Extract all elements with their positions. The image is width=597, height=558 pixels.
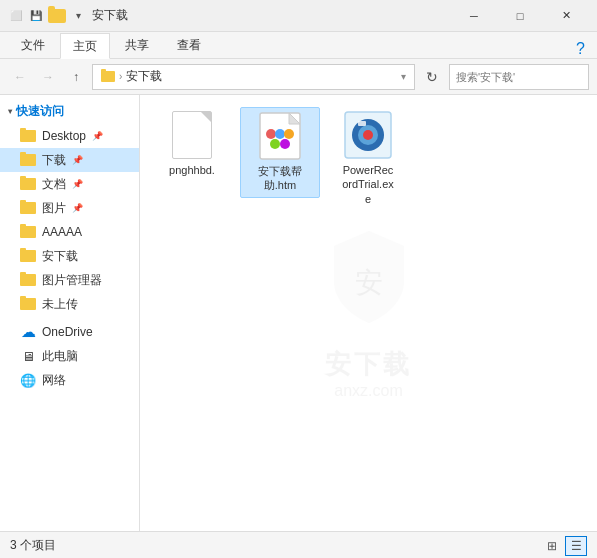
title-bar-controls: ─ □ ✕ [451, 0, 589, 32]
download-folder-icon [20, 154, 36, 166]
imgmgr-folder-icon [20, 274, 36, 286]
ribbon-right: ? [216, 40, 589, 58]
address-label: 安下载 [126, 68, 162, 85]
htm-icon [259, 112, 301, 160]
item-count: 3 个项目 [10, 537, 56, 554]
watermark-shield: 安 [324, 226, 414, 347]
sidebar-item-label: 此电脑 [42, 348, 78, 365]
file-icon-wrapper [256, 112, 304, 160]
sidebar-item-aaaaa[interactable]: AAAAA [0, 220, 139, 244]
file-label: pnghhbd. [169, 163, 215, 177]
forward-button[interactable]: → [36, 65, 60, 89]
refresh-button[interactable]: ↻ [419, 64, 445, 90]
pin-icon: 📌 [92, 131, 103, 141]
file-label: 安下载帮助.htm [258, 164, 302, 193]
tab-file[interactable]: 文件 [8, 32, 58, 58]
quick-access-label: 快速访问 [16, 103, 64, 120]
file-item-pnghhbd[interactable]: pnghhbd. [152, 107, 232, 181]
close-button[interactable]: ✕ [543, 0, 589, 32]
title-bar-left: ⬜ 💾 ▾ 安下载 [8, 7, 128, 24]
pin-icon: 📌 [72, 203, 83, 213]
svg-point-7 [270, 139, 280, 149]
quick-access-icon: ⬜ [8, 8, 24, 24]
file-item-pr[interactable]: PowerRecordTrial.exe [328, 107, 408, 210]
svg-point-4 [266, 129, 276, 139]
sidebar-item-label: Desktop [42, 129, 86, 143]
svg-rect-13 [358, 121, 366, 126]
save-icon: 💾 [28, 8, 44, 24]
address-dropdown-chevron[interactable]: ▾ [401, 71, 406, 82]
folder-title-icon [48, 9, 66, 23]
file-label: PowerRecordTrial.exe [342, 163, 394, 206]
sidebar-item-network[interactable]: 🌐 网络 [0, 368, 139, 392]
svg-point-5 [275, 129, 285, 139]
address-bar: ← → ↑ › 安下载 ▾ ↻ 🔍 [0, 59, 597, 95]
pin-icon: 📌 [72, 155, 83, 165]
title-bar-icons: ⬜ 💾 ▾ [8, 8, 86, 24]
network-icon: 🌐 [20, 372, 36, 388]
maximize-button[interactable]: □ [497, 0, 543, 32]
address-folder-icon [101, 71, 115, 82]
doc-icon [172, 111, 212, 159]
file-area[interactable]: 安 安下载 anxz.com pnghhbd. [140, 95, 597, 531]
sidebar-item-thispc[interactable]: 🖥 此电脑 [0, 344, 139, 368]
file-icon-wrapper [344, 111, 392, 159]
view-btn-large-icons[interactable]: ⊞ [541, 536, 563, 556]
watermark-main-text: 安下载 [325, 347, 412, 382]
watermark: 安 安下载 anxz.com [324, 226, 414, 400]
sidebar-item-images[interactable]: 图片 📌 [0, 196, 139, 220]
tab-share[interactable]: 共享 [112, 32, 162, 58]
aaaaa-folder-icon [20, 226, 36, 238]
sidebar-item-anzd[interactable]: 安下载 [0, 244, 139, 268]
thispc-icon: 🖥 [20, 348, 36, 364]
search-box[interactable]: 🔍 [449, 64, 589, 90]
desktop-folder-icon [20, 130, 36, 142]
dropdown-icon[interactable]: ▾ [70, 8, 86, 24]
anzd-folder-icon [20, 250, 36, 262]
svg-text:安: 安 [355, 267, 383, 298]
main-area: ▾ 快速访问 Desktop 📌 下载 📌 文档 📌 图片 📌 [0, 95, 597, 531]
quick-access-header[interactable]: ▾ 快速访问 [0, 99, 139, 124]
svg-point-8 [280, 139, 290, 149]
sidebar: ▾ 快速访问 Desktop 📌 下载 📌 文档 📌 图片 📌 [0, 95, 140, 531]
file-item-htm[interactable]: 安下载帮助.htm [240, 107, 320, 198]
help-icon[interactable]: ? [576, 40, 585, 58]
search-input[interactable] [456, 71, 594, 83]
sidebar-item-label: 图片 [42, 200, 66, 217]
sidebar-item-label: 文档 [42, 176, 66, 193]
sidebar-item-download[interactable]: 下载 📌 [0, 148, 139, 172]
sidebar-item-docs[interactable]: 文档 📌 [0, 172, 139, 196]
pr-icon [344, 111, 392, 159]
sidebar-item-label: 未上传 [42, 296, 78, 313]
tab-view[interactable]: 查看 [164, 32, 214, 58]
watermark-sub-text: anxz.com [334, 382, 402, 400]
onedrive-icon: ☁ [20, 324, 36, 340]
sidebar-item-label: 下载 [42, 152, 66, 169]
svg-point-6 [284, 129, 294, 139]
title-bar: ⬜ 💾 ▾ 安下载 ─ □ ✕ [0, 0, 597, 32]
minimize-button[interactable]: ─ [451, 0, 497, 32]
address-path[interactable]: › 安下载 ▾ [92, 64, 415, 90]
sidebar-item-label: 图片管理器 [42, 272, 102, 289]
sidebar-item-upload[interactable]: 未上传 [0, 292, 139, 316]
up-button[interactable]: ↑ [64, 65, 88, 89]
ribbon-tabs: 文件 主页 共享 查看 ? [0, 32, 597, 58]
quick-access-chevron: ▾ [8, 107, 12, 116]
ribbon: 文件 主页 共享 查看 ? [0, 32, 597, 59]
tab-home[interactable]: 主页 [60, 33, 110, 59]
docs-folder-icon [20, 178, 36, 190]
svg-point-12 [363, 130, 373, 140]
sidebar-item-onedrive[interactable]: ☁ OneDrive [0, 320, 139, 344]
sidebar-item-desktop[interactable]: Desktop 📌 [0, 124, 139, 148]
pin-icon: 📌 [72, 179, 83, 189]
sidebar-item-label: 安下载 [42, 248, 78, 265]
images-folder-icon [20, 202, 36, 214]
upload-folder-icon [20, 298, 36, 310]
view-buttons: ⊞ ☰ [541, 536, 587, 556]
file-icon-wrapper [168, 111, 216, 159]
view-btn-details[interactable]: ☰ [565, 536, 587, 556]
files-grid: pnghhbd. [140, 95, 597, 222]
back-button[interactable]: ← [8, 65, 32, 89]
address-chevron: › [119, 71, 122, 82]
sidebar-item-imgmgr[interactable]: 图片管理器 [0, 268, 139, 292]
